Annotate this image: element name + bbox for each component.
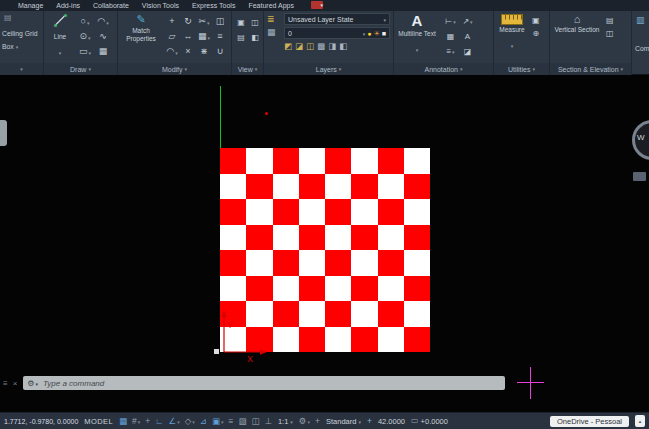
ucs-icon-tool[interactable]: ▣ xyxy=(234,15,248,30)
layer-isolate-tool[interactable]: ◩ xyxy=(284,42,292,51)
layer-lock-tool[interactable]: ▩ xyxy=(317,42,325,51)
checker-cell xyxy=(351,276,377,302)
ribbon-tab-add-ins[interactable]: Add-ins xyxy=(56,2,80,9)
checker-cell xyxy=(378,250,404,276)
checker-cell xyxy=(404,327,430,353)
id-point-tool[interactable]: ⊕ xyxy=(532,30,540,38)
vertical-section-button[interactable]: ⌂ Vertical Section xyxy=(554,13,600,34)
isometric-drafting-toggle[interactable]: ◇ xyxy=(185,416,195,426)
ribbon-tab-featured-apps[interactable]: Featured Apps xyxy=(248,2,294,9)
trim-tool[interactable]: ✂ xyxy=(196,14,212,29)
panel-label-modify[interactable]: Modify xyxy=(118,63,231,75)
dynamic-input-toggle[interactable]: + xyxy=(145,417,150,426)
hatch-tool[interactable]: ▦ xyxy=(94,44,112,59)
construction-line xyxy=(220,86,221,148)
layer-properties-icon[interactable]: ≣ xyxy=(267,15,276,24)
panel-label-section[interactable]: Section & Elevation xyxy=(550,63,631,75)
workspace-switching-toggle[interactable]: ⚙ xyxy=(299,416,310,426)
layer-walk-tool[interactable]: ◨ xyxy=(328,42,336,51)
mirror-tool[interactable]: ◫ xyxy=(212,14,228,29)
panel-utilities: Measure ▣⊕ Utilities xyxy=(494,11,550,75)
grid-display-toggle[interactable]: ▦ xyxy=(119,417,127,426)
onedrive-button[interactable]: OneDrive - Pessoal xyxy=(550,416,629,427)
object-snap-toggle[interactable]: ▣ xyxy=(212,416,224,426)
layer-freeze-tool[interactable]: ◪ xyxy=(295,42,303,51)
box-button[interactable]: Box xyxy=(2,43,18,50)
rectangle-tool[interactable]: ▭ xyxy=(76,44,94,59)
explode-tool[interactable]: ⋇ xyxy=(196,44,212,59)
layer-off-tool[interactable]: ◫ xyxy=(306,42,314,51)
transparency-toggle[interactable]: ▨ xyxy=(238,417,246,426)
match-properties-button[interactable]: ✎ Match Properties xyxy=(120,13,162,42)
layer-match-tool[interactable]: ◧ xyxy=(339,42,347,51)
ellipse-tool[interactable]: ⊙ xyxy=(76,29,94,44)
compare-button[interactable]: Com xyxy=(635,45,649,52)
markup-tool[interactable]: ◪ xyxy=(459,44,476,59)
selection-cycling-toggle[interactable]: ◫ xyxy=(251,417,259,426)
viewcube-menu-button[interactable] xyxy=(633,172,646,181)
annotation-add-scales-toggle[interactable]: + xyxy=(315,417,320,426)
viewcube-west-label[interactable]: W xyxy=(637,133,645,142)
command-close-icon[interactable]: × xyxy=(13,379,18,388)
panel-label-annotation[interactable]: Annotation xyxy=(394,63,493,75)
panel-label-draw[interactable]: Draw xyxy=(44,63,117,75)
circle-tool[interactable]: ○ xyxy=(76,14,94,29)
layer-state-dropdown[interactable]: Unsaved Layer State xyxy=(284,13,390,25)
elevation-readout[interactable]: ▭ +0.0000 xyxy=(411,417,448,426)
join-tool[interactable]: ∪ xyxy=(212,44,228,59)
quick-select-tool[interactable]: ▣ xyxy=(532,17,540,25)
panel-label-build[interactable] xyxy=(0,63,43,75)
layer-match-icon[interactable]: ▦ xyxy=(267,28,276,37)
stretch-tool[interactable]: ↔ xyxy=(180,29,196,44)
isolate-objects-toggle[interactable]: + xyxy=(367,417,372,426)
arc-tool[interactable]: ◠ xyxy=(94,14,112,29)
workspace-control[interactable]: Standard xyxy=(326,417,361,426)
viewport-config-tool[interactable]: ▤ xyxy=(234,30,248,45)
tool-palette-tab[interactable] xyxy=(0,120,7,146)
command-grip-icon[interactable]: ≡ xyxy=(3,379,8,388)
ribbon-tab-express-tools[interactable]: Express Tools xyxy=(192,2,235,9)
dimension-tool[interactable]: ⊢ xyxy=(442,14,459,29)
command-customize-icon[interactable]: ⚙ xyxy=(27,379,38,388)
horizontal-section-tool[interactable]: ▤ xyxy=(606,17,614,25)
ribbon-tab-collaborate[interactable]: Collaborate xyxy=(93,2,129,9)
ribbon-tab-manage[interactable]: Manage xyxy=(18,2,43,9)
array-tool[interactable]: ▦ xyxy=(196,29,212,44)
panel-label-view[interactable]: View xyxy=(232,63,263,75)
spline-tool[interactable]: ∿ xyxy=(94,29,112,44)
section-settings-tool[interactable]: ◫ xyxy=(606,30,614,38)
dynamic-ucs-toggle[interactable]: ⊥ xyxy=(265,417,272,426)
polar-tracking-toggle[interactable]: ∠ xyxy=(169,416,180,426)
scale-tool[interactable]: ▱ xyxy=(164,29,180,44)
view-manager-tool[interactable]: ◫ xyxy=(248,15,262,30)
status-tray-button[interactable] xyxy=(635,415,645,427)
current-layer-dropdown[interactable]: 0 ●☀■ xyxy=(284,27,390,39)
text-style-tool[interactable]: A xyxy=(459,29,476,44)
move-tool[interactable]: + xyxy=(164,14,180,29)
ceiling-grid-button[interactable]: Ceiling Grid xyxy=(2,30,38,37)
multiline-text-icon: A xyxy=(412,12,423,29)
panel-label-layers[interactable]: Layers xyxy=(264,63,393,75)
offset-tool[interactable]: ≡ xyxy=(212,29,228,44)
annotation-scale-control[interactable]: 1:1 xyxy=(278,417,293,426)
snap-mode-toggle[interactable]: # xyxy=(132,416,140,426)
ribbon-tab-vision-tools[interactable]: Vision Tools xyxy=(142,2,179,9)
featured-app-icon[interactable] xyxy=(311,1,323,9)
erase-tool[interactable]: × xyxy=(180,44,196,59)
checker-cell xyxy=(246,174,272,200)
table-tool[interactable]: ▦ xyxy=(442,29,459,44)
line-button[interactable]: Line xyxy=(46,13,74,61)
command-input[interactable] xyxy=(41,378,501,389)
rotate-tool[interactable]: ↻ xyxy=(180,14,196,29)
measure-button[interactable]: Measure xyxy=(496,14,528,52)
fillet-tool[interactable]: ◠ xyxy=(164,44,180,59)
object-snap-tracking-toggle[interactable]: ⊿ xyxy=(200,417,207,426)
model-space-toggle[interactable]: MODEL xyxy=(84,417,113,426)
panel-label-utilities[interactable]: Utilities xyxy=(494,63,549,75)
multiline-text-button[interactable]: A Multiline Text xyxy=(396,12,438,56)
lineweight-toggle[interactable]: ≡ xyxy=(228,417,233,426)
navigation-bar-tool[interactable]: ◧ xyxy=(248,30,262,45)
ortho-mode-toggle[interactable]: ∟ xyxy=(155,417,163,426)
leader-tool[interactable]: ↗ xyxy=(459,14,476,29)
dim-style-tool[interactable]: ≡ xyxy=(442,44,459,59)
